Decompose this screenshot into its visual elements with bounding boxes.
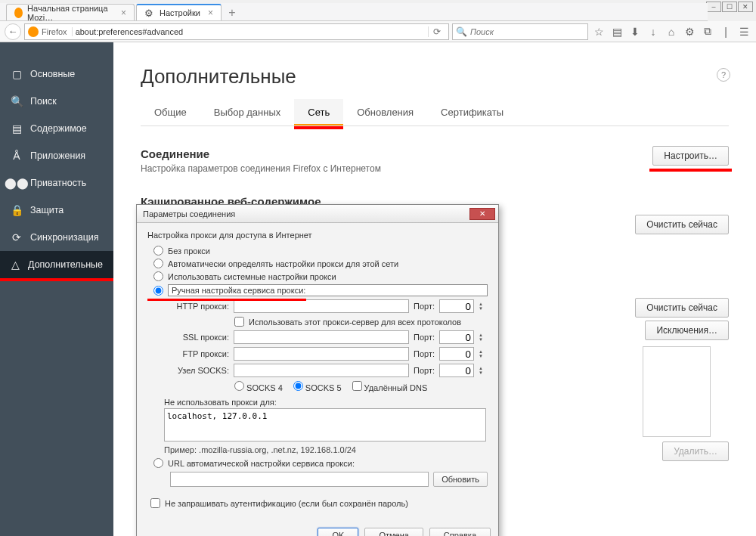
http-port-input[interactable] [439,299,474,313]
offline-apps-list[interactable] [643,346,711,437]
dialog-close-button[interactable]: ✕ [469,208,495,220]
tab-close-icon[interactable]: × [121,8,126,18]
url-input[interactable] [76,27,425,36]
port-spinner[interactable]: ▲▼ [479,333,488,342]
no-proxy-textarea[interactable]: localhost, 127.0.0.1 [164,408,486,442]
browser-tab[interactable]: ⚙ Настройки × [136,4,222,20]
dialog-titlebar[interactable]: Параметры соединения ✕ [137,205,498,223]
url-bar[interactable]: Firefox ⟳ [24,23,449,40]
socks-port-input[interactable] [439,364,474,377]
checkbox-label: Не запрашивать аутентификацию (если был … [165,499,408,508]
bookmark-star-icon[interactable]: ☆ [591,23,606,40]
subtab-data[interactable]: Выбор данных [200,99,295,125]
http-proxy-input[interactable] [234,299,409,313]
ssl-proxy-input[interactable] [234,330,409,344]
dialog-body: Настройка прокси для доступа в Интернет … [137,223,498,520]
radio-label: SOCKS 5 [305,383,342,392]
subtab-general[interactable]: Общие [141,99,200,125]
port-spinner[interactable]: ▲▼ [479,349,488,358]
no-proxy-label: Не использовать прокси для: [147,395,488,408]
browser-tab[interactable]: Начальная страница Mozi… × [6,4,135,20]
connection-settings-dialog: Параметры соединения ✕ Настройка прокси … [136,204,499,536]
general-icon: ▢ [11,68,23,80]
sidebar-item-label: Синхронизация [30,232,99,243]
radio-socks5[interactable]: SOCKS 5 [293,381,342,392]
sync-icon: ⟳ [11,231,23,243]
ssl-port-input[interactable] [439,330,474,344]
port-spinner[interactable]: ▲▼ [479,366,488,375]
remote-dns-checkbox[interactable]: Удалённый DNS [352,381,428,392]
port-spinner[interactable]: ▲▼ [479,302,488,311]
port-label: Порт: [414,366,435,375]
content-icon: ▤ [11,122,23,135]
ftp-proxy-input[interactable] [234,347,409,361]
window-maximize-button[interactable]: ☐ [722,2,737,12]
sidebar-item-security[interactable]: 🔒Защита [0,197,113,224]
connection-settings-button[interactable]: Настроить… [652,146,729,166]
dialog-cancel-button[interactable]: Отмена [364,528,423,536]
sidebar-item-label: Приватность [30,178,86,188]
radio-label: Автоматически определять настройки прокс… [168,259,398,268]
search-icon: 🔍 [11,95,23,107]
sidebar-item-general[interactable]: ▢Основные [0,60,113,88]
socks-proxy-input[interactable] [234,364,409,377]
pocket-icon[interactable]: ⬇ [627,23,643,40]
clear-cache-button[interactable]: Очистить сейчас [635,215,729,234]
downloads-icon[interactable]: ↓ [646,23,661,40]
radio-manual-proxy[interactable]: Ручная настройка сервиса прокси: [147,283,488,298]
radio-no-proxy[interactable]: Без прокси [147,244,488,257]
radio-socks4[interactable]: SOCKS 4 [234,381,283,392]
sidebar-item-privacy[interactable]: ⬤⬤Приватность [0,169,113,197]
radio-pac-url[interactable]: URL автоматической настройки сервиса про… [147,457,488,469]
search-input[interactable] [470,27,584,36]
dialog-help-button[interactable]: Справка [429,528,491,536]
sidebar-item-label: Приложения [30,150,85,161]
sidebar-item-sync[interactable]: ⟳Синхронизация [0,224,113,251]
menu-icon[interactable]: ☰ [736,23,751,40]
radio-label: Ручная настройка сервиса прокси: [168,284,488,296]
port-label: Порт: [414,349,435,358]
preferences-sidebar: ▢Основные 🔍Поиск ▤Содержимое ÅПриложения… [0,42,113,536]
checkbox-label: Удалённый DNS [364,383,428,392]
new-tab-button[interactable]: + [223,5,241,20]
radio-auto-detect[interactable]: Автоматически определять настройки прокс… [147,257,488,270]
socks-proxy-label: Узел SOCKS: [170,366,229,375]
subtab-updates[interactable]: Обновления [343,99,427,125]
help-button[interactable]: ? [717,68,730,82]
radio-system-proxy[interactable]: Использовать системные настройки прокси [147,270,488,283]
sidebar-item-search[interactable]: 🔍Поиск [0,88,113,115]
window-minimize-button[interactable]: – [706,2,721,12]
sidebar-icon[interactable]: ⧉ [700,23,715,40]
sidebar-item-applications[interactable]: ÅПриложения [0,142,113,169]
back-button[interactable]: ← [5,23,21,40]
port-label: Порт: [414,302,435,311]
port-label: Порт: [414,333,435,342]
pac-url-input[interactable] [170,472,429,487]
reload-icon[interactable]: ⟳ [428,26,445,37]
navigation-toolbar: ← Firefox ⟳ 🔍 ☆ ▤ ⬇ ↓ ⌂ ⚙ ⧉ | ☰ [0,21,756,42]
window-close-button[interactable]: ✕ [738,2,753,12]
subtab-certificates[interactable]: Сертификаты [427,99,517,125]
use-proxy-all-checkbox[interactable]: Использовать этот прокси-сервер для всех… [147,314,488,329]
no-auth-prompt-checkbox[interactable]: Не запрашивать аутентификацию (если был … [147,489,488,513]
dialog-ok-button[interactable]: OK [318,528,358,536]
tab-close-icon[interactable]: × [208,8,213,18]
subtab-network[interactable]: Сеть [294,99,343,125]
delete-button[interactable]: Удалить… [662,442,729,461]
sidebar-item-label: Поиск [30,96,57,107]
pac-reload-button[interactable]: Обновить [433,472,488,487]
ftp-port-input[interactable] [439,347,474,361]
checkbox-label: Использовать этот прокси-сервер для всех… [249,318,461,327]
home-icon[interactable]: ⌂ [664,23,679,40]
search-bar[interactable]: 🔍 [452,23,588,40]
pac-url-row: Обновить [147,469,488,489]
exceptions-button[interactable]: Исключения… [645,321,729,340]
clear-offline-button[interactable]: Очистить сейчас [635,298,729,318]
library-icon[interactable]: ▤ [609,23,624,40]
sidebar-item-content[interactable]: ▤Содержимое [0,115,113,142]
socks-version-row: SOCKS 4 SOCKS 5 Удалённый DNS [147,379,488,395]
page-title: Дополнительные [141,65,729,88]
settings-icon[interactable]: ⚙ [682,23,697,40]
radio-label: URL автоматической настройки сервиса про… [168,459,355,468]
sidebar-item-advanced[interactable]: △Дополнительные [0,251,113,281]
